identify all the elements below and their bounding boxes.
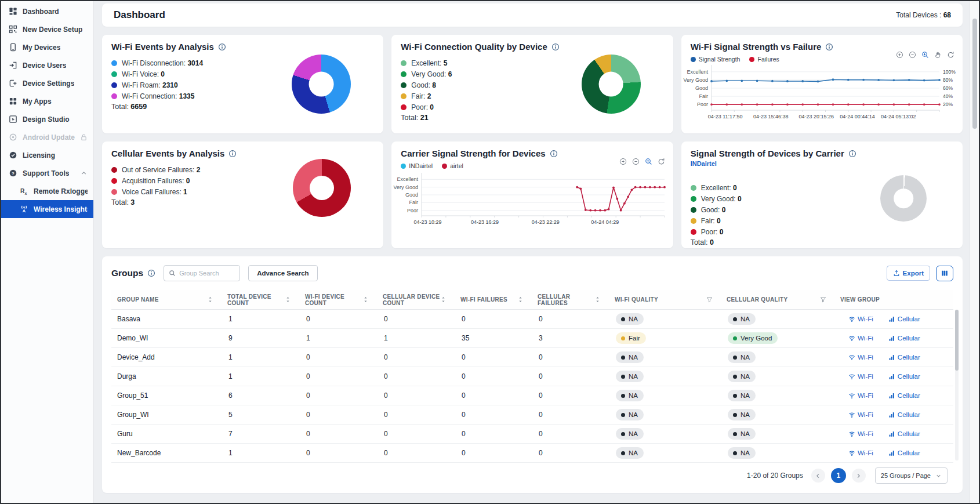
selection-zoom-icon[interactable] — [921, 51, 929, 59]
group-name-cell: New_Barcode — [111, 449, 222, 457]
group-name-cell: Group_WI — [111, 411, 222, 419]
advance-search-button[interactable]: Advance Search — [248, 265, 318, 281]
info-icon[interactable] — [551, 43, 560, 51]
sidebar-item-dashboard[interactable]: Dashboard — [1, 2, 93, 20]
zoom-out-icon[interactable] — [909, 51, 916, 59]
legend-label: Wi-Fi Connection: 1335 — [122, 92, 194, 100]
card-title: Cellular Events by Analysis — [111, 148, 224, 158]
info-icon[interactable] — [848, 150, 856, 158]
sidebar-item-my-devices[interactable]: My Devices — [1, 38, 93, 56]
column-label: WI-FI DEVICE COUNT — [305, 293, 362, 306]
sidebar-item-my-apps[interactable]: My Apps — [1, 92, 93, 110]
sort-icon[interactable] — [362, 296, 369, 303]
cellular-device-count-cell: 0 — [377, 315, 455, 323]
sort-icon[interactable] — [594, 296, 601, 303]
sidebar-item-design-studio[interactable]: Design Studio — [1, 110, 93, 128]
sort-icon[interactable] — [285, 296, 291, 303]
info-icon[interactable] — [550, 150, 558, 158]
columns-toggle-button[interactable] — [936, 266, 953, 281]
sort-icon[interactable] — [207, 296, 213, 303]
reset-icon[interactable] — [947, 51, 954, 59]
zoom-out-icon[interactable] — [632, 158, 640, 165]
sidebar-item-licensing[interactable]: Licensing — [1, 146, 93, 164]
view-cellular-label: Cellular — [898, 411, 920, 418]
view-wifi-link[interactable]: Wi-Fi — [848, 392, 873, 399]
current-page-button[interactable]: 1 — [831, 468, 846, 483]
view-wifi-link[interactable]: Wi-Fi — [848, 449, 873, 456]
info-icon[interactable] — [825, 43, 833, 51]
view-wifi-link[interactable]: Wi-Fi — [848, 430, 873, 437]
sidebar-item-wireless-insights[interactable]: Wireless Insights — [1, 200, 93, 218]
prev-page-button[interactable] — [811, 469, 825, 483]
legend-item: Poor: 0 — [691, 226, 953, 237]
zoom-in-icon[interactable] — [896, 51, 903, 59]
chart-toolbar — [619, 158, 665, 165]
sidebar-item-remote-rxlogger[interactable]: RxRemote Rxlogger — [1, 182, 93, 200]
legend-item[interactable]: INDairtel — [401, 162, 433, 169]
reset-icon[interactable] — [658, 158, 665, 165]
legend-label: Excellent: 5 — [411, 59, 447, 67]
legend-item[interactable]: Failures — [749, 56, 779, 63]
legend-item[interactable]: airtel — [442, 162, 463, 169]
column-header-view-group: VIEW GROUP — [834, 296, 953, 303]
device-users-icon — [9, 61, 17, 70]
view-wifi-link[interactable]: Wi-Fi — [848, 411, 873, 418]
page-size-select[interactable]: 25 Groups / Page — [875, 467, 948, 484]
view-cellular-link[interactable]: Cellular — [888, 430, 920, 437]
sidebar-item-android-updates[interactable]: Android Updates — [1, 128, 93, 146]
svg-text:Poor: Poor — [697, 101, 708, 107]
cellular-quality-cell: NA — [721, 447, 834, 459]
legend-item[interactable]: Signal Strength — [691, 56, 741, 63]
legend-label: Good: 0 — [701, 206, 726, 214]
sidebar-item-device-users[interactable]: Device Users — [1, 56, 93, 74]
sidebar-item-new-device-setup[interactable]: New Device Setup — [1, 20, 93, 38]
sidebar-item-device-settings[interactable]: Device Settings — [1, 74, 93, 92]
svg-text:04-23 22:29: 04-23 22:29 — [532, 219, 560, 225]
view-cellular-link[interactable]: Cellular — [888, 392, 920, 399]
view-wifi-link[interactable]: Wi-Fi — [848, 373, 873, 380]
total-devices: Total Devices : 68 — [896, 11, 951, 19]
sort-icon[interactable] — [517, 296, 524, 303]
quality-badge: NA — [728, 371, 756, 382]
view-wifi-link[interactable]: Wi-Fi — [848, 335, 873, 342]
sort-icon[interactable] — [440, 296, 447, 303]
export-button[interactable]: Export — [887, 266, 930, 281]
view-cellular-link[interactable]: Cellular — [888, 411, 920, 418]
quality-label: Very Good — [741, 335, 772, 342]
total-device-count-cell: 5 — [222, 411, 299, 419]
table-scrollbar-thumb[interactable] — [955, 310, 959, 371]
filter-icon[interactable] — [820, 296, 826, 303]
view-wifi-link[interactable]: Wi-Fi — [848, 354, 873, 361]
view-cellular-link[interactable]: Cellular — [888, 354, 920, 361]
group-search-box[interactable] — [164, 265, 240, 281]
pan-icon[interactable] — [934, 51, 942, 59]
view-cellular-link[interactable]: Cellular — [888, 449, 920, 456]
licensing-icon — [9, 151, 17, 159]
view-cellular-link[interactable]: Cellular — [888, 373, 920, 380]
quality-badge: NA — [728, 313, 756, 325]
group-name-cell: Group_51 — [111, 391, 222, 400]
view-cellular-link[interactable]: Cellular — [888, 335, 920, 342]
info-icon[interactable] — [147, 269, 155, 277]
selection-zoom-icon[interactable] — [645, 158, 652, 165]
legend-dot — [111, 71, 117, 77]
chart-toolbar — [896, 51, 954, 59]
legend-label: Wi-Fi Voice: 0 — [122, 70, 165, 78]
next-page-button[interactable] — [852, 469, 866, 483]
export-label: Export — [903, 270, 924, 277]
cellular-device-count-cell: 0 — [377, 391, 455, 400]
info-icon[interactable] — [228, 150, 237, 158]
page-scrollbar-thumb[interactable] — [972, 19, 977, 129]
view-wifi-link[interactable]: Wi-Fi — [848, 316, 873, 322]
info-icon[interactable] — [218, 43, 226, 51]
zoom-in-icon[interactable] — [619, 158, 627, 165]
group-search-input[interactable] — [179, 270, 235, 277]
sidebar-item-support-tools[interactable]: ?Support Tools — [1, 164, 93, 182]
card-carrier-signal: Carrier Signal Strength for Devices INDa… — [391, 142, 673, 248]
view-cellular-link[interactable]: Cellular — [888, 316, 920, 322]
carrier-name[interactable]: INDairtel — [691, 160, 953, 167]
filter-icon[interactable] — [706, 296, 713, 303]
legend-label: Very Good: 0 — [701, 195, 742, 203]
legend-label: Out of Service Failures: 2 — [122, 166, 200, 174]
wifi-device-count-cell: 0 — [299, 353, 377, 361]
